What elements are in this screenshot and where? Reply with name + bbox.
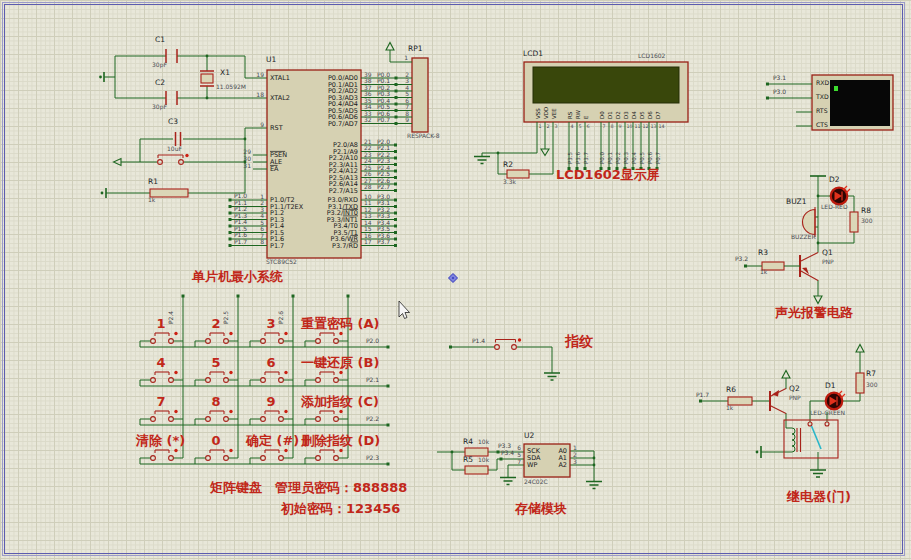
net-terminal-icon bbox=[394, 205, 397, 208]
lcd-pin-name: D4 bbox=[631, 111, 637, 119]
button-dot-icon bbox=[339, 371, 342, 374]
lcd-caption: LCD1602显示屏 bbox=[556, 168, 660, 182]
net-terminal-icon bbox=[387, 385, 390, 388]
key-cap-label: 3 bbox=[266, 316, 275, 331]
reset-circuit[interactable] bbox=[101, 128, 267, 198]
net-terminal-icon bbox=[387, 346, 390, 349]
net-terminal-icon bbox=[387, 424, 390, 427]
resistor-r5[interactable] bbox=[465, 466, 488, 474]
terminal-pin-rts: RTS bbox=[816, 108, 828, 115]
pin-name: XTAL2 bbox=[270, 94, 290, 102]
lcd-pin-number: 11 bbox=[635, 124, 641, 129]
key-cap-label: 清除 (*) bbox=[135, 433, 185, 448]
net-terminal-icon bbox=[766, 97, 769, 100]
rp1-ref-label: RP1 bbox=[408, 45, 423, 53]
r1-ref-label: R1 bbox=[148, 178, 158, 186]
net-terminal-icon bbox=[394, 170, 397, 173]
keypad-button[interactable]: 5 bbox=[195, 355, 238, 386]
key-cap-label: 4 bbox=[156, 355, 165, 370]
keypad-button[interactable]: 2 bbox=[195, 316, 238, 347]
lcd-pin-number: 14 bbox=[659, 124, 665, 129]
pin-name: XTAL1 bbox=[270, 74, 290, 82]
button-dot-icon bbox=[284, 371, 287, 374]
net-terminal-icon bbox=[394, 225, 397, 228]
resistor-r8[interactable] bbox=[850, 212, 858, 232]
lcd-pin-number: 9 bbox=[619, 124, 622, 129]
r4-ref-label: R4 bbox=[463, 438, 473, 446]
u2-ref-label: U2 bbox=[524, 432, 534, 440]
net-label: P3.6 bbox=[575, 151, 581, 164]
keypad-button[interactable]: 0 bbox=[195, 433, 238, 464]
crystal-circuit[interactable] bbox=[99, 49, 267, 105]
keypad-button[interactable]: 8 bbox=[195, 394, 238, 425]
junction-dot-icon bbox=[817, 195, 820, 198]
buzzer-body[interactable] bbox=[802, 210, 815, 235]
keypad-button[interactable]: 4 bbox=[140, 355, 183, 386]
net-terminal-icon bbox=[766, 83, 769, 86]
x1-ref-label: X1 bbox=[220, 69, 230, 77]
pin-number: 19 bbox=[256, 71, 264, 78]
lcd-pin-name: D6 bbox=[647, 111, 653, 119]
key-cap-label: 一键还原 (B) bbox=[301, 355, 379, 370]
net-label-p2-5: P2.5 bbox=[222, 311, 229, 324]
power-arrow-icon bbox=[386, 43, 394, 51]
net-terminal-icon bbox=[229, 225, 232, 228]
lcd-pin-name: D3 bbox=[623, 111, 629, 119]
net-terminal-icon bbox=[395, 96, 398, 99]
c2-value-label: 30pF bbox=[152, 104, 167, 111]
relay-coil bbox=[792, 428, 795, 452]
pin-number: 2 bbox=[573, 451, 577, 458]
virtual-terminal[interactable] bbox=[769, 75, 893, 130]
keypad-button[interactable]: 6 bbox=[250, 355, 293, 386]
net-terminal-icon bbox=[395, 83, 398, 86]
pin-name: WP bbox=[527, 461, 537, 469]
net-terminal-icon bbox=[394, 163, 397, 166]
pin-number: 1 bbox=[573, 444, 577, 451]
key-cap-label: 删除指纹 (D) bbox=[300, 433, 380, 448]
power-arrow-down-icon bbox=[814, 296, 822, 304]
lcd-pin-name: RS bbox=[567, 111, 573, 119]
power-arrow-icon bbox=[782, 371, 790, 379]
pin-number: 5 bbox=[517, 451, 521, 458]
resistor-r2[interactable] bbox=[507, 170, 529, 178]
r4-value-label: 10k bbox=[478, 439, 489, 446]
net-label: P0.1 bbox=[607, 152, 613, 164]
schematic-drawing: 19XTAL118XTAL29RST29PSEN30ALE31EA1P1.0P1… bbox=[0, 0, 911, 560]
net-terminal-icon bbox=[744, 265, 747, 268]
lcd-pin-number: 8 bbox=[611, 124, 614, 129]
key-cap-label: 添加指纹 (C) bbox=[300, 394, 379, 409]
rp1-body[interactable] bbox=[412, 58, 428, 132]
net-label: P2.7 bbox=[377, 183, 390, 190]
junction-dot-icon bbox=[593, 457, 596, 460]
key-cap-label: 重置密码 (A) bbox=[301, 316, 379, 331]
net-terminal-icon bbox=[237, 295, 240, 298]
keypad-button[interactable]: 3 bbox=[250, 316, 293, 347]
keypad-button[interactable]: 确定 (#) bbox=[245, 433, 299, 464]
r2-value-label: 3.3k bbox=[503, 179, 516, 186]
schematic-canvas[interactable]: 19XTAL118XTAL29RST29PSEN30ALE31EA1P1.0P1… bbox=[0, 0, 911, 560]
resistor-r7[interactable] bbox=[856, 373, 864, 393]
crystal-body[interactable] bbox=[201, 74, 213, 83]
net-terminal-icon bbox=[229, 218, 232, 221]
c3-value-label: 10uF bbox=[167, 146, 182, 153]
pin-number: 32 bbox=[364, 116, 372, 123]
pin-number: 28 bbox=[364, 183, 372, 190]
net-label: P3.7 bbox=[377, 238, 390, 245]
fingerprint-circuit[interactable] bbox=[452, 338, 560, 380]
ground-icon bbox=[544, 373, 560, 380]
ground-icon bbox=[500, 478, 516, 485]
keypad-button[interactable]: 清除 (*) bbox=[135, 433, 185, 464]
keypad-button[interactable]: 9 bbox=[250, 394, 293, 425]
resistor-r1[interactable] bbox=[150, 189, 188, 197]
net-label: P0.7 bbox=[655, 151, 661, 164]
junction-dot-icon bbox=[206, 97, 209, 100]
net-label-p2-2: P2.2 bbox=[366, 416, 379, 423]
lcd-pin-number: 5 bbox=[579, 124, 582, 129]
key-cap-label: 6 bbox=[266, 355, 275, 370]
q2-ref-label: Q2 bbox=[789, 385, 800, 393]
net-label-p2-0: P2.0 bbox=[366, 338, 379, 345]
net-terminal-icon bbox=[395, 122, 398, 125]
keypad-button[interactable]: 1 bbox=[140, 316, 183, 347]
keypad-button[interactable]: 7 bbox=[140, 394, 183, 425]
net-terminal-icon bbox=[395, 116, 398, 119]
